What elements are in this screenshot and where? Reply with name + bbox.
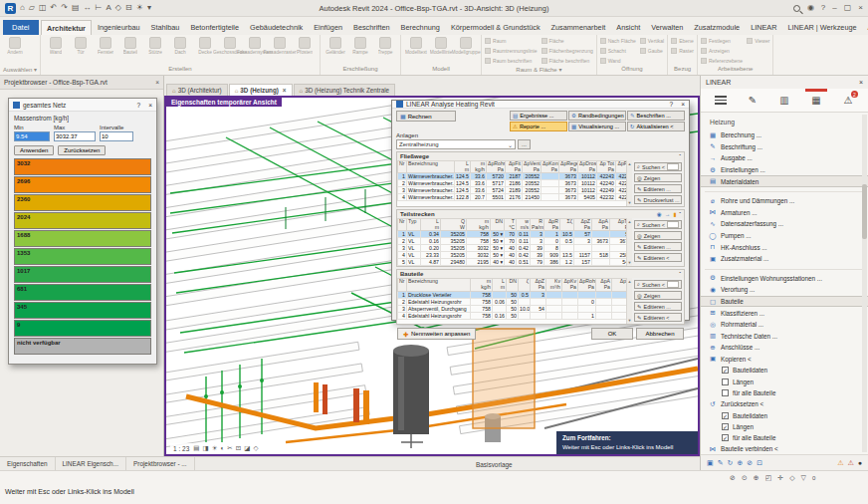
- table-row[interactable]: 1Drucklose Verteiler758500.533: [398, 291, 627, 298]
- match-properties-icon[interactable]: ✎: [718, 459, 724, 467]
- checkbox-checked[interactable]: ✓: [722, 434, 729, 441]
- unlink-icon[interactable]: ⊘: [747, 459, 753, 467]
- ribbon-tab-berechnung[interactable]: Berechnung: [395, 20, 445, 35]
- checkbox-option[interactable]: ✓Bauteildaten: [701, 365, 868, 376]
- nennweiten-anpassen-button[interactable]: ✚Nennweiten anpassen: [397, 328, 476, 340]
- sun-path-icon[interactable]: ☀: [212, 444, 218, 452]
- minimize-icon[interactable]: –: [832, 4, 836, 12]
- search-input[interactable]: [667, 221, 679, 228]
- transfer-icon[interactable]: ↻: [728, 459, 734, 467]
- ribbon-button[interactable]: Wand: [600, 57, 636, 66]
- qat-arrow-icon[interactable]: ▾: [147, 4, 151, 12]
- sun-icon[interactable]: ☀: [136, 4, 143, 12]
- ribbon-button[interactable]: Flächenbegrenzung: [542, 46, 593, 55]
- table-row[interactable]: 3VL0.2035205303250 ▾400.423988: [398, 245, 627, 252]
- select-underlays-icon[interactable]: ⊙: [742, 474, 748, 482]
- analytic-icon[interactable]: ◇: [253, 444, 258, 452]
- ribbon-tab-ändern[interactable]: Ändern: [862, 20, 868, 35]
- file-tab[interactable]: Datei: [3, 20, 39, 35]
- ribbon-button[interactable]: Raster: [671, 46, 694, 55]
- sidebar-item-bauteile-verbinden-[interactable]: ⋈Bauteile verbinden <: [701, 443, 868, 454]
- scroll-down-icon[interactable]: ▼: [628, 260, 632, 265]
- default-3d-view-icon[interactable]: ◇: [115, 4, 121, 12]
- anlagen-select[interactable]: Zentralheizung⌄: [396, 139, 516, 149]
- save-icon[interactable]: ◫: [39, 4, 47, 12]
- select-links-icon[interactable]: ⊘: [730, 474, 736, 482]
- sidebar-item-zurücksetzen-[interactable]: ↺Zurücksetzen <: [701, 398, 868, 410]
- ribbon-button[interactable]: Tür: [69, 36, 93, 55]
- legend-band-na[interactable]: nicht verfügbar: [14, 338, 151, 355]
- sidebar-item-anschlüsse-[interactable]: ⊕Anschlüsse ...: [701, 342, 868, 354]
- fliesswege-header[interactable]: Fließwegeˆ: [397, 152, 684, 160]
- ribbon-button[interactable]: Viewer: [747, 36, 769, 45]
- ribbon-button[interactable]: Wand: [44, 36, 68, 55]
- table-row[interactable]: 4Wärmeverbraucher...122.820.755012176214…: [398, 194, 627, 201]
- ribbon-button[interactable]: Anzeigen: [701, 46, 743, 55]
- teilstrecken-table[interactable]: Nr Typ LmQWmkg/hDN T°Cwm/sRPa/mΔpRPaΣζ Δ…: [397, 218, 626, 266]
- suchen-button[interactable]: ⌕Suchen <: [634, 162, 682, 171]
- scroll-down-icon[interactable]: ▼: [628, 318, 632, 323]
- editieren-button[interactable]: ✎Editieren <: [634, 313, 682, 322]
- ribbon-tab-einfügen[interactable]: Einfügen: [309, 20, 348, 35]
- select-pinned-icon[interactable]: ⊕: [754, 474, 760, 482]
- ribbon-button[interactable]: Raumtrennungslinie: [485, 46, 537, 55]
- table-row[interactable]: 3Absperrventil, Durchgang7585010.05454: [398, 305, 627, 312]
- sidebar-item-zusatzmaterial-[interactable]: ▣Zusatzmaterial ...: [701, 253, 868, 265]
- ergebnisse-button[interactable]: ▤Ergebnisse ...: [510, 111, 567, 121]
- anlagen-browse-button[interactable]: ...: [518, 139, 531, 149]
- sidebar-item-rohrmaterial-[interactable]: ◎Rohrmaterial ...: [701, 319, 868, 331]
- scrollbar[interactable]: [862, 115, 867, 452]
- ribbon-button[interactable]: Pfosten: [293, 36, 317, 55]
- pin-icon[interactable]: ◉: [657, 211, 662, 217]
- table-row[interactable]: 5VL4.8729480219540 ▾400.51793861.2157543: [398, 259, 627, 266]
- reporte-button[interactable]: ⚠Reporte ...: [510, 122, 567, 131]
- copy-properties-icon[interactable]: ▣: [707, 459, 714, 467]
- sidebar-item-einstellungen-wohnungsstationen-[interactable]: ⚙Einstellungen Wohnungsstationen ...: [701, 273, 868, 285]
- sidebar-item-beschriftung-[interactable]: ✎Beschriftung ...: [701, 141, 868, 153]
- sidebar-item-berechnung-[interactable]: ▦Berechnung ...: [701, 129, 868, 141]
- palette-tab-calculation[interactable]: ▦: [800, 89, 832, 112]
- zeigenbutton[interactable]: ◎Zeigen: [634, 173, 682, 182]
- maximize-icon[interactable]: ▢: [844, 4, 852, 12]
- ribbon-tab-ingenieurbau[interactable]: Ingenieurbau: [92, 20, 145, 35]
- sidebar-item-datensatzerfassung-[interactable]: ∿Datensatzerfassung ...: [701, 218, 868, 230]
- scroll-up-icon[interactable]: ▲: [628, 161, 632, 166]
- ribbon-button[interactable]: Fenster: [94, 36, 117, 55]
- sidebar-item-ausgabe-[interactable]: →Ausgabe ...: [701, 152, 868, 164]
- editieren-button[interactable]: ✎Editieren ...: [634, 302, 682, 311]
- bauteile-table[interactable]: Nr Bezeichnung mkg/hLmDN ζ ΔpZPaKvm³/hΔp…: [397, 278, 626, 319]
- palette-tab-edit[interactable]: ✎: [737, 89, 768, 112]
- search-input[interactable]: [667, 163, 679, 170]
- close-icon[interactable]: ×: [859, 79, 863, 86]
- ribbon-button[interactable]: Gaube: [640, 46, 664, 55]
- table-row[interactable]: 4VL23.3335205303250 ▾400.423990913.51157…: [398, 252, 627, 259]
- dimension-icon[interactable]: ⊢: [96, 4, 103, 12]
- table-row[interactable]: 1VL0.343520575850 ▾700.113110.55758: [398, 231, 627, 238]
- ribbon-button[interactable]: Modelllinie: [429, 36, 453, 55]
- info-icon[interactable]: ●: [858, 459, 862, 466]
- sidebar-item-bauteile[interactable]: ▢Bauteile: [701, 296, 868, 308]
- checkbox-option[interactable]: Längen: [701, 376, 868, 386]
- aktualisieren-button[interactable]: ↻Aktualisieren <: [627, 122, 685, 131]
- shadows-icon[interactable]: ◐: [220, 444, 224, 452]
- view-tab[interactable]: ⌂3D (Heizung)×: [229, 84, 293, 96]
- sidebar-item-hk-anschluss-[interactable]: ⊓HK-Anschluss ...: [701, 241, 868, 253]
- palette-tab-menu[interactable]: [705, 89, 737, 112]
- ribbon-tab-beschriften[interactable]: Beschriften: [348, 20, 396, 35]
- redo-icon[interactable]: ↷: [61, 4, 68, 12]
- view-tab[interactable]: ⌂3D (Heizung) Technik Zentrale: [294, 84, 396, 96]
- collapse-icon[interactable]: ˆ: [679, 271, 681, 277]
- sidebar-item-rohre-und-dämmungen-[interactable]: ⌀Rohre und Dämmungen ...: [701, 195, 868, 207]
- measure-icon[interactable]: ↔: [84, 4, 92, 12]
- detail-level-icon[interactable]: ▤: [193, 444, 199, 452]
- legend-band[interactable]: 1688: [14, 230, 151, 247]
- ribbon-tab-körpermodell-grundstück[interactable]: Körpermodell & Grundstück: [445, 20, 545, 35]
- editieren-button[interactable]: ✎Editieren ...: [634, 242, 682, 251]
- netz-dialog-titlebar[interactable]: gesamtes Netz ? ×: [9, 99, 156, 112]
- randbedingungen-button[interactable]: ⚙Randbedingungen ...: [568, 111, 626, 121]
- analyse-titlebar[interactable]: LINEAR Analyse Heating Revit ? ×: [392, 101, 689, 109]
- bauteile-header[interactable]: Bauteileˆ: [397, 270, 684, 278]
- view-tab[interactable]: ⌂3D (Architektur): [166, 84, 228, 96]
- drag-on-selection-icon[interactable]: ✛: [777, 474, 783, 482]
- sidebar-item-verortung-[interactable]: ◉Verortung ...: [701, 284, 868, 296]
